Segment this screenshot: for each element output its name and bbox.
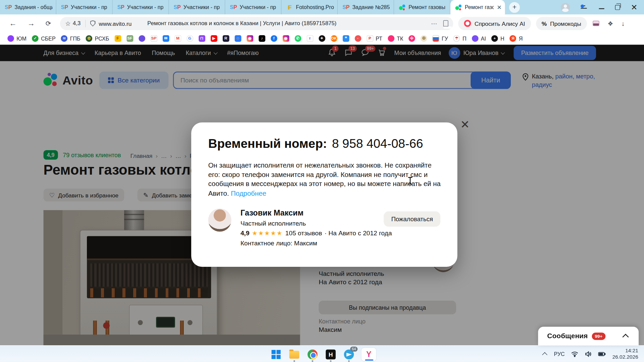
bookmark[interactable]: ✉ <box>162 35 169 42</box>
modal-seller-name[interactable]: Газовик Максим <box>240 208 392 218</box>
chrome-icon[interactable] <box>306 348 319 361</box>
downloads-icon[interactable]: ↓ <box>622 20 625 27</box>
back-button[interactable]: ← <box>9 19 16 28</box>
bookmark-page-icon[interactable] <box>443 20 448 26</box>
tab-list: SPЗадания - общиSPУчастники - прSPУчастн… <box>0 0 450 14</box>
bookmark[interactable]: ✆ <box>294 35 301 42</box>
bookmark-П[interactable]: ☂П <box>453 35 467 42</box>
modal-seller-avatar[interactable] <box>208 208 231 232</box>
browser-tab[interactable]: FFotohosting.Pro <box>281 0 338 14</box>
reload-button[interactable]: ⟳ <box>46 19 51 27</box>
sp-favicon: SP <box>117 4 124 11</box>
date: 26.02.2026 <box>612 354 638 360</box>
bookmark[interactable]: ✠ <box>421 35 427 42</box>
temp-number-modal: Временный номер:8 958 404-08-66 Он защищ… <box>191 122 457 267</box>
sp-favicon: SP <box>343 4 350 11</box>
browser-profile-icon[interactable] <box>561 3 570 12</box>
bookmark[interactable]: ♪ <box>259 35 265 42</box>
volume-icon[interactable] <box>585 351 592 357</box>
bookmark[interactable]: SF <box>126 35 133 42</box>
bookmark-ТК[interactable]: ТК <box>388 35 403 42</box>
promo-button[interactable]: % Промокоды <box>536 17 587 30</box>
h-app-icon[interactable]: H <box>324 348 337 361</box>
bookmark[interactable]: ◉ <box>247 35 253 42</box>
battery-icon[interactable] <box>598 352 606 357</box>
bookmark[interactable]: ⊓ <box>199 35 205 42</box>
browser-menu-icon[interactable] <box>581 4 588 10</box>
bookmark[interactable]: ☺ <box>234 35 241 42</box>
minimize-button[interactable] <box>599 8 604 9</box>
url-host[interactable]: www.avito.ru <box>99 20 131 27</box>
bookmark[interactable]: т <box>307 35 313 42</box>
active-tab[interactable]: Ремонт газо ✕ <box>450 0 505 14</box>
bookmark-РТ[interactable]: РРТ <box>367 35 382 42</box>
wifi-icon[interactable] <box>571 351 578 357</box>
bookmark[interactable]: ❝ <box>342 35 349 42</box>
bookmark-Н[interactable]: +Н <box>491 35 504 42</box>
bookmark-ЮМ[interactable]: ЮМ <box>7 35 26 42</box>
bookmark-favicon: ◉ <box>282 35 289 42</box>
bookmark-favicon: ❝ <box>342 35 349 42</box>
bookmark-СБЕР[interactable]: ✓СБЕР <box>32 35 56 42</box>
bookmark-favicon: ≋ <box>61 35 68 42</box>
bookmark[interactable]: f <box>270 35 277 42</box>
bookmark-favicon: f <box>270 35 277 42</box>
bookmark[interactable]: G <box>186 35 193 42</box>
bookmark[interactable]: M <box>174 35 181 42</box>
browser-tab[interactable]: SPУчастники - пр <box>225 0 281 14</box>
bookmark[interactable]: SP <box>151 35 157 42</box>
tab-close-icon[interactable]: ✕ <box>497 4 501 11</box>
file-explorer-icon[interactable] <box>288 348 301 361</box>
browser-tab[interactable]: Ремонт газовы <box>394 0 450 14</box>
forward-button[interactable]: → <box>27 19 35 28</box>
new-tab-button[interactable]: + <box>509 2 520 13</box>
bookmark-ГПБ[interactable]: ≋ГПБ <box>61 35 80 42</box>
yandex-browser-icon[interactable]: Y <box>361 348 377 362</box>
url-more-icon[interactable]: ⋯ <box>431 20 438 27</box>
screenshot-icon[interactable] <box>593 21 599 26</box>
bookmark-РСХБ[interactable]: ✿РСХБ <box>86 35 109 42</box>
bookmark-Я[interactable]: ЯЯ <box>510 35 523 42</box>
temp-phone-number: 8 958 404-08-66 <box>332 136 423 150</box>
start-button[interactable] <box>270 348 282 361</box>
modal-close-icon[interactable]: ✕ <box>460 119 470 130</box>
url-field[interactable]: ☆ 4,3 www.avito.ru Ремонт газовых котлов… <box>60 17 453 30</box>
close-window-button[interactable]: ✕ <box>631 3 638 11</box>
bookmark[interactable]: R <box>222 35 229 42</box>
bookmark-favicon <box>7 35 14 42</box>
site-security-shield-icon[interactable] <box>90 20 96 26</box>
restore-button[interactable] <box>615 5 620 10</box>
keyboard-language[interactable]: РУС <box>554 351 565 357</box>
bookmark[interactable]: ✣ <box>409 35 415 42</box>
bookmark[interactable]: ◉ <box>282 35 289 42</box>
browser-tab[interactable]: SPЗадание №285 <box>338 0 394 14</box>
telegram-icon[interactable]: 64 <box>343 348 355 361</box>
bookmark-favicon <box>433 35 439 42</box>
bookmark-favicon: ✉ <box>162 35 169 42</box>
bookmark-AI[interactable]: AI <box>472 35 486 42</box>
tray-expand-icon[interactable] <box>542 352 548 357</box>
modal-seller-reviews[interactable]: 105 отзывов <box>285 230 322 237</box>
more-link[interactable]: Подробнее <box>231 189 266 197</box>
browser-tab[interactable]: SPЗадания - общи <box>0 0 56 14</box>
bookmark-ГУ[interactable]: ГУ <box>433 35 448 42</box>
browser-tab[interactable]: SPУчастники - пр <box>169 0 225 14</box>
alice-button[interactable]: Спросить Алису AI <box>459 17 531 30</box>
bookmark-favicon: ✓ <box>32 35 39 42</box>
bookmark[interactable]: F <box>114 35 121 42</box>
bookmark[interactable]: ✦ <box>319 35 325 42</box>
taskbar-icons: H 64 Y <box>270 348 377 362</box>
messages-dock[interactable]: Сообщения 99+ <box>538 327 639 346</box>
bookmark[interactable]: ▶ <box>211 35 217 42</box>
bookmark[interactable] <box>139 35 145 42</box>
report-button[interactable]: Пожаловаться <box>384 212 440 227</box>
expand-chevron-icon[interactable] <box>622 334 629 340</box>
bookmark-favicon <box>139 35 145 42</box>
browser-tab[interactable]: SPУчастники - пр <box>113 0 169 14</box>
bookmark[interactable]: OK <box>330 35 337 42</box>
bookmark[interactable]: ◦ <box>355 35 361 42</box>
taskbar-clock[interactable]: 14:21 26.02.2026 <box>612 348 638 360</box>
extensions-icon[interactable]: ❖ <box>608 20 613 27</box>
bookmark-favicon: ✦ <box>319 35 325 42</box>
browser-tab[interactable]: SPУчастники - пр <box>56 0 113 14</box>
